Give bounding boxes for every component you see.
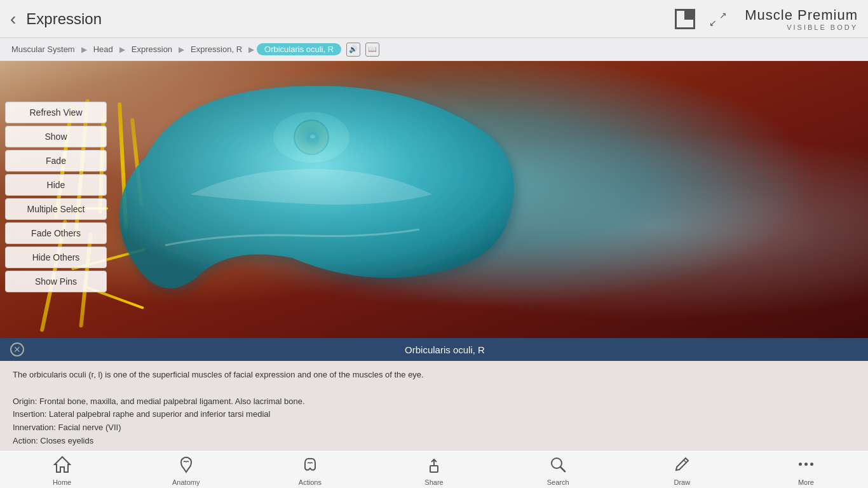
crumb-sep-2: ▶ [119, 45, 125, 54]
crumb-sep-3: ▶ [179, 45, 184, 54]
crumb-orbicularis[interactable]: Orbicularis oculi, R [257, 43, 341, 55]
multiple-select-button[interactable]: Multiple Select [5, 198, 107, 220]
nav-share[interactable]: Share [372, 453, 496, 486]
description-panel: The orbicularis oculi (r, l) is one of t… [0, 361, 868, 450]
home-icon [51, 453, 74, 476]
eye-highlight [310, 135, 315, 139]
close-info-button[interactable]: ✕ [10, 342, 24, 356]
description-text: The orbicularis oculi (r, l) is one of t… [13, 369, 855, 450]
header-right: Muscle Premium Visible Body [674, 7, 858, 31]
eye-iris [294, 119, 329, 155]
nav-draw-label: Draw [674, 478, 690, 486]
info-title: Orbicularis oculi, R [32, 344, 858, 355]
brand-logo: Muscle Premium Visible Body [745, 7, 858, 31]
sound-button[interactable]: 🔊 [346, 43, 360, 57]
insertion-text: Insertion: Lateral palpebral raphe and s… [13, 409, 270, 419]
show-button[interactable]: Show [5, 126, 107, 147]
nav-draw[interactable]: Draw [620, 453, 744, 486]
eye [273, 112, 349, 163]
nav-anatomy-label: Anatomy [172, 478, 200, 486]
close-icon: ✕ [13, 344, 21, 355]
nav-anatomy[interactable]: Anatomy [124, 453, 248, 486]
eye-pupil [306, 132, 319, 145]
search-icon [546, 453, 569, 476]
3d-canvas[interactable] [0, 61, 868, 361]
draw-icon [670, 453, 693, 476]
svg-rect-1 [430, 466, 438, 472]
nav-home[interactable]: Home [0, 453, 124, 486]
crumb-sep-4: ▶ [248, 45, 254, 54]
nav-search[interactable]: Search [496, 453, 620, 486]
info-bar: ✕ Orbicularis oculi, R [0, 338, 868, 361]
nav-actions[interactable]: Actions [248, 453, 372, 486]
breadcrumb: Muscular System ▶ Head ▶ Expression ▶ Ex… [0, 38, 868, 61]
crumb-expression[interactable]: Expression [128, 43, 176, 55]
nav-share-label: Share [424, 478, 443, 486]
share-icon [423, 453, 445, 476]
summary-text: The orbicularis oculi (r, l) is one of t… [13, 370, 424, 379]
hide-others-button[interactable]: Hide Others [5, 247, 107, 268]
fade-button[interactable]: Fade [5, 150, 107, 172]
split-view-button[interactable] [674, 8, 696, 30]
anatomy-icon [175, 453, 198, 476]
crumb-muscular-system[interactable]: Muscular System [8, 43, 79, 55]
innervation-text: Innervation: Facial nerve (VII) [13, 423, 121, 432]
nav-home-label: Home [53, 478, 71, 486]
nav-actions-label: Actions [299, 478, 322, 486]
crumb-head[interactable]: Head [90, 43, 117, 55]
brand-sub: Visible Body [787, 24, 858, 31]
origin-text: Origin: Frontal bone, maxilla, and media… [13, 396, 305, 406]
nav-more[interactable]: More [744, 453, 868, 486]
book-button[interactable]: 📖 [365, 43, 379, 57]
show-pins-button[interactable]: Show Pins [5, 271, 107, 292]
nav-more-label: More [798, 478, 814, 486]
svg-line-3 [560, 467, 565, 471]
expand-button[interactable] [707, 8, 729, 30]
back-button[interactable]: ‹ [10, 10, 16, 28]
refresh-view-button[interactable]: Refresh View [5, 102, 107, 123]
eye-white [273, 112, 349, 163]
app-header: ‹ Expression Muscle Premium Visible Body [0, 0, 868, 38]
bottom-navigation: Home Anatomy Actions Share [0, 450, 868, 488]
hide-button[interactable]: Hide [5, 174, 107, 196]
nav-search-label: Search [547, 478, 569, 486]
more-icon [794, 453, 817, 476]
action-text: Action: Closes eyelids [13, 436, 93, 445]
crumb-expression-r[interactable]: Expression, R [187, 43, 246, 55]
page-title: Expression [26, 10, 674, 28]
fade-others-button[interactable]: Fade Others [5, 222, 107, 244]
crumb-sep-1: ▶ [81, 45, 87, 54]
context-menu: Refresh View Show Fade Hide Multiple Sel… [5, 102, 107, 292]
actions-icon [299, 453, 322, 476]
brand-name: Muscle Premium [745, 7, 858, 24]
